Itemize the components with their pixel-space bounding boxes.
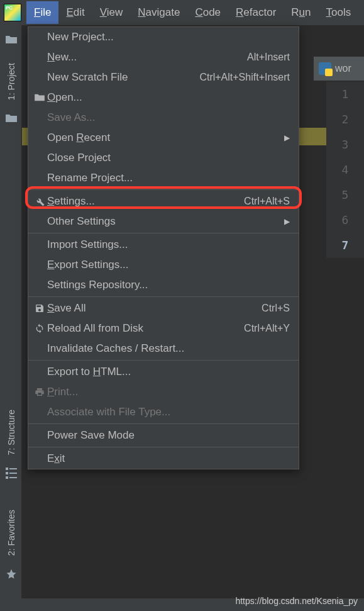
menu-item-label: Rename Project...	[47, 172, 290, 184]
menu-view[interactable]: View	[92, 1, 131, 24]
menu-item-label: Settings...	[47, 195, 244, 208]
menu-item[interactable]: New Scratch FileCtrl+Alt+Shift+Insert	[28, 67, 299, 87]
menu-item: Print...	[28, 382, 299, 402]
left-tool-rail: 1: Project 7: Structure 2: Favorites	[0, 25, 22, 598]
svg-rect-0	[6, 468, 8, 470]
line-gutter: 1 2 3 4 5 6 7	[326, 82, 364, 258]
menu-item[interactable]: Invalidate Caches / Restart...	[28, 339, 299, 359]
menu-item-label: Export Settings...	[47, 259, 290, 271]
menu-item-label: Reload All from Disk	[47, 322, 244, 335]
menu-item[interactable]: Rename Project...	[28, 168, 299, 188]
menu-item[interactable]: Exit	[28, 449, 299, 469]
menu-item-label: Save As...	[47, 111, 290, 124]
app-logo-icon	[4, 4, 21, 21]
menu-refactor[interactable]: Refactor	[228, 1, 284, 24]
menu-item[interactable]: Export to HTML...	[28, 362, 299, 382]
menu-item[interactable]: Open Recent▶	[28, 128, 299, 148]
menu-item-label: New...	[47, 51, 247, 64]
folder-icon	[3, 111, 19, 125]
menu-item-label: Open Recent	[47, 132, 284, 144]
editor-tab[interactable]: wor	[314, 57, 364, 81]
menu-item[interactable]: Power Save Mode	[28, 425, 299, 446]
menu-item-shortcut: Ctrl+Alt+Y	[244, 323, 290, 334]
menu-item[interactable]: Open...	[28, 87, 299, 108]
menu-item-label: Export to HTML...	[47, 366, 290, 378]
folder-icon	[32, 93, 47, 102]
watermark: https://blog.csdn.net/Ksenia_py	[235, 596, 358, 606]
svg-rect-5	[9, 477, 17, 478]
menu-item-label: Open...	[47, 91, 290, 104]
chevron-right-icon: ▶	[284, 133, 290, 142]
menu-item-label: New Scratch File	[47, 71, 199, 84]
menu-separator	[28, 423, 299, 424]
line-number: 7	[326, 233, 364, 258]
menu-item-label: Other Settings	[47, 215, 284, 228]
save-icon	[32, 303, 47, 313]
menu-item-label: New Project...	[47, 31, 290, 43]
line-number: 2	[326, 107, 364, 132]
menu-item-label: Invalidate Caches / Restart...	[47, 342, 290, 355]
file-menu-dropdown: New Project...New...Alt+InsertNew Scratc…	[28, 26, 299, 469]
menu-item[interactable]: New...Alt+Insert	[28, 47, 299, 67]
svg-rect-2	[6, 476, 8, 479]
python-file-icon	[319, 62, 331, 75]
line-number: 5	[326, 182, 364, 208]
menu-item-label: Print...	[47, 386, 290, 398]
menu-item-shortcut: Ctrl+S	[262, 303, 290, 314]
line-number: 4	[326, 157, 364, 182]
line-number: 6	[326, 208, 364, 233]
project-tool-button[interactable]: 1: Project	[6, 63, 16, 100]
menu-separator	[28, 189, 299, 190]
menu-separator	[28, 233, 299, 233]
structure-icon	[3, 466, 19, 480]
menu-item[interactable]: Save AllCtrl+S	[28, 298, 299, 318]
menu-separator	[28, 447, 299, 447]
menu-item[interactable]: Import Settings...	[28, 235, 299, 255]
menu-item-shortcut: Ctrl+Alt+S	[244, 196, 290, 207]
menu-edit[interactable]: Edit	[58, 1, 92, 24]
menu-separator	[28, 296, 299, 297]
menu-item[interactable]: Reload All from DiskCtrl+Alt+Y	[28, 318, 299, 339]
line-number: 3	[326, 132, 364, 157]
menu-code[interactable]: Code	[187, 1, 228, 24]
menu-item: Save As...	[28, 108, 299, 128]
menu-item[interactable]: Settings Repository...	[28, 275, 299, 295]
line-number: 1	[326, 82, 364, 107]
print-icon	[32, 387, 47, 397]
menu-item-label: Save All	[47, 302, 262, 315]
star-icon	[3, 567, 19, 581]
menu-item[interactable]: New Project...	[28, 27, 299, 47]
structure-tool-button[interactable]: 7: Structure	[6, 410, 16, 455]
menu-separator	[28, 360, 299, 361]
folder-icon	[3, 33, 19, 47]
menu-run[interactable]: Run	[284, 1, 318, 24]
menu-item-label: Exit	[47, 452, 290, 465]
menu-item[interactable]: Settings...Ctrl+Alt+S	[28, 191, 299, 211]
menu-item-shortcut: Alt+Insert	[247, 52, 290, 63]
reload-icon	[32, 323, 47, 334]
menu-item-label: Power Save Mode	[47, 429, 290, 442]
menu-item-label: Settings Repository...	[47, 279, 290, 291]
svg-rect-1	[6, 472, 8, 474]
menu-navigate[interactable]: Navigate	[130, 1, 187, 24]
menu-file[interactable]: File	[26, 1, 58, 24]
menu-tools[interactable]: Tools	[319, 1, 359, 24]
chevron-right-icon: ▶	[284, 217, 290, 226]
menu-item[interactable]: Export Settings...	[28, 255, 299, 275]
editor-tab-label: wor	[335, 63, 351, 74]
svg-rect-4	[9, 473, 17, 474]
svg-rect-3	[9, 468, 17, 469]
menu-item-label: Associate with File Type...	[47, 406, 290, 418]
menu-item: Associate with File Type...	[28, 402, 299, 422]
favorites-tool-button[interactable]: 2: Favorites	[6, 510, 16, 556]
menu-item-label: Import Settings...	[47, 238, 290, 251]
menu-item-label: Close Project	[47, 152, 290, 164]
menu-item-shortcut: Ctrl+Alt+Shift+Insert	[199, 72, 290, 83]
wrench-icon	[32, 196, 47, 207]
menu-item[interactable]: Close Project	[28, 148, 299, 168]
menubar: File Edit View Navigate Code Refactor Ru…	[0, 0, 364, 25]
menu-item[interactable]: Other Settings▶	[28, 211, 299, 232]
